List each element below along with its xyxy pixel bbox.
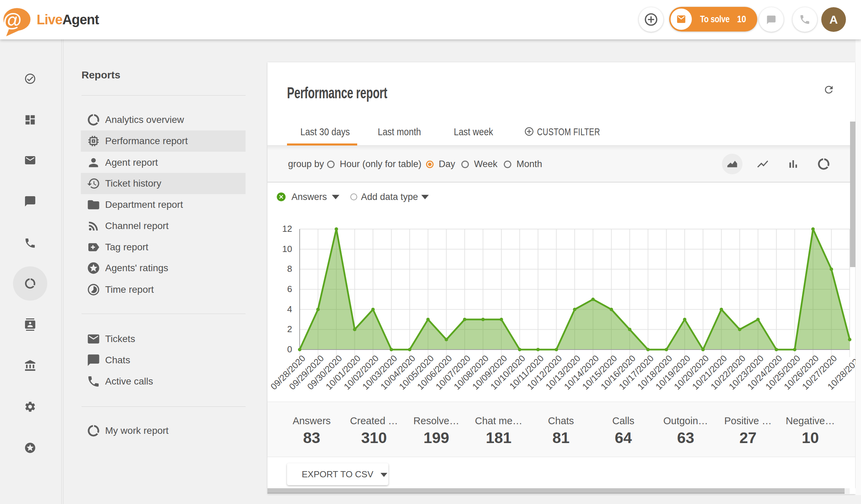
svg-text:LiveAgent: LiveAgent xyxy=(37,12,99,27)
svg-text:@: @ xyxy=(3,9,22,30)
